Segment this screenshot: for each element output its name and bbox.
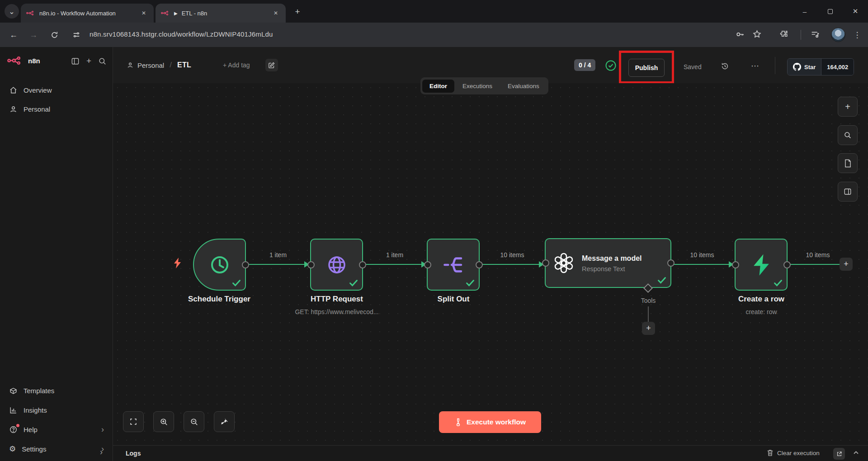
success-check-icon [349,279,358,287]
logs-panel-bar[interactable]: Logs Clear execution [113,445,868,461]
tab-close-icon[interactable]: ✕ [271,9,280,18]
zoom-to-fit-button[interactable] [123,411,144,432]
sidebar-item-label: Settings [22,445,95,453]
output-port[interactable] [242,261,249,268]
plus-icon: + [646,324,651,333]
url-bar[interactable]: n8n.srv1068143.hstgr.cloud/workflow/LzDW… [90,30,273,38]
tab-executions[interactable]: Executions [455,80,500,93]
sidebar-item-overview[interactable]: Overview [5,82,108,98]
add-tag-button[interactable]: + Add tag [223,61,250,69]
browser-menu-kebab-icon[interactable]: ⋮ [852,29,863,40]
node-split-out[interactable] [427,239,480,291]
sidebar-item-settings[interactable]: ⚙ Settings › [5,442,108,456]
document-icon [844,159,852,168]
sidebar-item-help[interactable]: Help › [5,422,108,437]
gear-icon: ⚙ [9,444,16,454]
canvas-search-button[interactable] [838,125,858,145]
workflow-name[interactable]: ETL [177,61,191,69]
version-history-icon[interactable] [721,62,729,71]
tidy-up-button[interactable] [214,411,235,432]
input-port[interactable] [307,261,315,268]
success-check-icon [466,279,475,287]
reload-button[interactable] [47,28,61,42]
execute-workflow-label: Execute workflow [467,418,526,426]
workflow-menu-button[interactable]: ⋯ [748,59,762,73]
breadcrumb-project[interactable]: Personal [127,61,164,69]
output-port[interactable] [667,259,675,267]
chevron-right-icon: › [101,425,104,433]
tools-label: Tools [621,297,675,304]
toggle-panel-button[interactable] [838,182,858,202]
tab-media-list-icon[interactable] [810,29,820,39]
window-close-button[interactable]: ✕ [843,0,868,23]
maximize-icon [828,9,833,14]
sidebar-item-templates[interactable]: Templates [5,383,108,398]
tab-title: ETL - n8n [182,10,267,17]
input-port[interactable] [542,259,549,267]
back-button[interactable]: ← [6,28,21,42]
broom-icon [220,418,229,426]
extensions-puzzle-icon[interactable] [779,29,789,39]
browser-tab-etl[interactable]: ▶ ETL - n8n ✕ [156,4,286,23]
connection-line [247,264,304,265]
window-maximize-button[interactable] [817,0,843,23]
add-workflow-icon[interactable]: + [86,56,91,66]
browser-tab-n8n-io[interactable]: n8n.io - Workflow Automation ✕ [21,4,154,23]
view-tab-bar: Editor Executions Evaluations [420,77,548,94]
add-node-button[interactable]: + [840,258,853,271]
tab-close-icon[interactable]: ✕ [139,9,148,18]
node-http-request[interactable] [310,239,363,291]
workflow-valid-check-icon [605,60,617,71]
node-create-a-row[interactable] [735,239,788,291]
github-icon [793,63,801,71]
input-port[interactable] [732,261,739,268]
output-port[interactable] [476,261,483,268]
execute-workflow-button[interactable]: Execute workflow [439,411,541,433]
add-node-rail-button[interactable]: + [838,97,858,117]
trash-icon [767,449,774,456]
output-port[interactable] [359,261,366,268]
breadcrumb-separator: / [170,61,172,70]
zoom-in-button[interactable] [153,411,174,432]
tab-evaluations[interactable]: Evaluations [500,80,547,93]
zoom-out-button[interactable] [184,411,204,432]
bar-chart-icon [9,406,18,414]
user-icon [9,105,18,113]
window-minimize-button[interactable]: – [792,0,817,23]
search-icon[interactable] [98,56,107,66]
bookmark-star-icon[interactable] [752,29,762,39]
node-title: Create a row [707,295,816,304]
success-check-icon [774,279,783,287]
clear-execution-button[interactable]: Clear execution [767,449,820,456]
sidebar-item-personal[interactable]: Personal [5,101,108,117]
open-logs-popout-button[interactable] [833,448,845,460]
n8n-favicon-icon [161,10,170,16]
workflow-canvas[interactable]: 1 item 1 item 10 items 10 items 10 items… [113,83,868,445]
forward-button[interactable]: → [26,28,41,42]
github-star-widget[interactable]: Star 164,002 [787,58,854,75]
tab-editor[interactable]: Editor [422,80,454,93]
node-schedule-trigger[interactable] [193,239,246,291]
share-edit-button[interactable] [265,59,278,71]
collapse-sidebar-icon[interactable] [71,56,80,66]
add-tool-button[interactable]: + [642,322,655,335]
publish-button[interactable]: Publish [628,59,665,77]
sidebar-collapse-chevron[interactable]: › [96,447,107,457]
fit-view-icon [129,418,137,426]
expand-logs-chevron[interactable] [853,449,859,456]
sidebar-item-insights[interactable]: Insights [5,403,108,417]
site-info-icon[interactable] [72,31,80,39]
home-icon [9,86,18,94]
sticky-note-button[interactable] [838,153,858,173]
tab-search-caret-button[interactable]: ⌄ [5,4,19,19]
input-port[interactable] [424,261,431,268]
github-star-label: Star [804,64,816,71]
password-key-icon[interactable] [735,29,745,39]
user-icon [127,61,134,69]
success-check-icon [657,277,666,284]
node-message-a-model[interactable]: Message a model Response Text [545,238,671,288]
new-tab-button[interactable]: + [292,6,303,18]
output-port[interactable] [783,261,791,268]
edit-icon [268,62,275,69]
profile-avatar[interactable] [831,28,845,42]
